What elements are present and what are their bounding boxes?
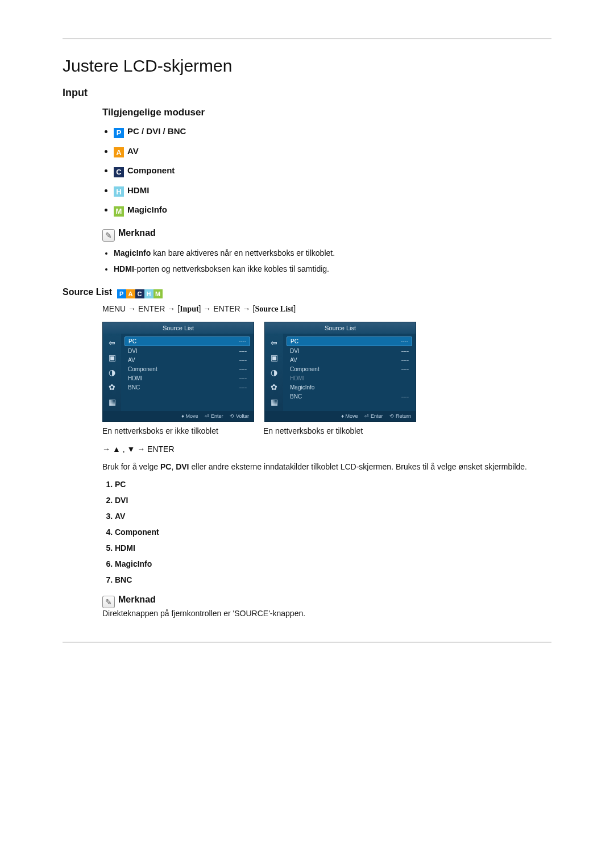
path-bold: Input <box>180 305 198 313</box>
osd-panel-2: Source List ⇦▣◑✿▦ PC----DVI----AV----Com… <box>264 322 416 422</box>
osd-footer-item: ⟲ Voltar <box>230 413 249 419</box>
list-item: DVI <box>115 496 551 505</box>
sound-icon: ◑ <box>109 368 115 377</box>
list-item: BNC <box>115 575 551 584</box>
bottom-rule <box>63 642 551 642</box>
osd-footer: ♦ Move⏎ Enter⟲ Voltar <box>103 411 254 421</box>
pencil-icon: ✎ <box>102 596 115 608</box>
multi-icon: ▦ <box>271 397 278 406</box>
osd-row-value: ---- <box>239 338 246 344</box>
mode-item: MMagicInfo <box>114 205 551 217</box>
osd-row: BNC---- <box>125 383 250 392</box>
body-part: , <box>171 462 176 471</box>
osd-title: Source List <box>103 322 254 334</box>
osd-row: DVI---- <box>125 347 250 355</box>
osd-row: HDMI <box>287 374 412 383</box>
path-text: ] → ENTER → [ <box>199 304 255 313</box>
m-icon: M <box>154 289 163 298</box>
h-icon: H <box>114 186 124 197</box>
mode-item: CComponent <box>114 165 551 177</box>
c-icon: C <box>135 289 144 298</box>
menu-path: MENU → ENTER → [Input] → ENTER → [Source… <box>102 304 551 314</box>
top-rule <box>63 39 551 39</box>
osd-footer-item: ♦ Move <box>181 413 198 419</box>
osd-row: Component---- <box>287 365 412 373</box>
osd-footer-item: ♦ Move <box>341 413 358 419</box>
osd-footer: ♦ Move⏎ Enter⟲ Return <box>265 411 416 421</box>
note-item: HDMI-porten og nettverksboksen kan ikke … <box>114 264 551 273</box>
osd-row: MagicInfo <box>287 383 412 392</box>
osd-row: BNC---- <box>287 392 412 401</box>
osd-row-value: ---- <box>401 348 409 354</box>
path-text: ] <box>293 304 296 313</box>
body-bold: DVI <box>176 462 189 471</box>
osd-row-label: AV <box>128 357 135 363</box>
mode-label: Component <box>127 165 175 175</box>
osd-row-value: ---- <box>239 366 247 372</box>
osd-row-label: BNC <box>290 393 302 400</box>
osd-row: Component---- <box>125 365 250 373</box>
osd-footer-item: ⏎ Enter <box>205 413 223 419</box>
osd-row: AV---- <box>287 356 412 364</box>
multi-icon: ▦ <box>109 397 116 406</box>
section-input-heading: Input <box>63 87 551 99</box>
osd-footer-item: ⟲ Return <box>389 413 411 419</box>
list-item: PC <box>115 480 551 489</box>
osd-row: PC---- <box>287 337 412 346</box>
c-icon: C <box>114 167 124 177</box>
osd-row-value: ---- <box>239 357 247 363</box>
note-label: Merknad <box>118 228 156 238</box>
list-item: HDMI <box>115 543 551 553</box>
mode-item: PPC / DVI / BNC <box>114 126 551 138</box>
mode-label: PC / DVI / BNC <box>127 126 186 136</box>
osd-footer-item: ⏎ Enter <box>364 413 383 419</box>
body-text: Bruk for å velge PC, DVI eller andre eks… <box>102 462 551 472</box>
p-icon: P <box>114 128 124 138</box>
p-icon: P <box>117 289 126 298</box>
osd-row: PC---- <box>125 337 250 346</box>
note-text: kan bare aktiveres når en nettverksboks … <box>151 248 335 258</box>
m-icon: M <box>114 206 124 217</box>
setup-icon: ✿ <box>109 383 115 392</box>
osd-sidebar-icons: ⇦▣◑✿▦ <box>103 334 121 411</box>
osd-row: HDMI---- <box>125 374 250 383</box>
note-item: MagicInfo kan bare aktiveres når en nett… <box>114 248 551 258</box>
note-text: Direkteknappen på fjernkontrollen er 'SO… <box>102 608 551 619</box>
osd-row-value: ---- <box>401 357 409 363</box>
osd-row-label: PC <box>291 338 298 344</box>
nav-line: → ▲ , ▼ → ENTER <box>102 445 551 454</box>
note-heading: ✎Merknad <box>102 228 551 242</box>
body-part: Bruk for å velge <box>102 462 160 471</box>
caption-1: En nettverksboks er ikke tilkoblet <box>102 426 253 435</box>
badge-row: PACHM <box>117 287 163 297</box>
osd-row-value: ---- <box>239 384 247 391</box>
source-list-heading: Source List PACHM <box>63 287 551 298</box>
mode-label: HDMI <box>127 185 149 195</box>
osd-row-label: Component <box>290 366 320 372</box>
osd-row-value: ---- <box>239 375 247 381</box>
osd-row-value: ---- <box>239 348 247 354</box>
osd-row-label: DVI <box>128 348 138 354</box>
osd-panel-1: Source List ⇦▣◑✿▦ PC----DVI----AV----Com… <box>102 322 254 422</box>
page-title: Justere LCD-skjermen <box>63 56 551 76</box>
body-bold: PC <box>160 462 171 471</box>
mode-item: AAV <box>114 146 551 158</box>
modes-heading: Tilgjengelige moduser <box>102 107 551 118</box>
osd-row-label: BNC <box>128 384 140 391</box>
screenshots: Source List ⇦▣◑✿▦ PC----DVI----AV----Com… <box>102 322 551 422</box>
osd-title: Source List <box>265 322 416 334</box>
list-item: AV <box>115 512 551 521</box>
osd-row-value: ---- <box>401 338 408 344</box>
osd-row-label: HDMI <box>290 375 305 381</box>
path-text: MENU → ENTER → [ <box>102 304 180 313</box>
osd-row: AV---- <box>125 356 250 364</box>
modes-list: PPC / DVI / BNC AAV CComponent HHDMI MMa… <box>102 126 551 217</box>
osd-list: PC----DVI----AV----Component----HDMIMagi… <box>283 334 416 411</box>
picture-icon: ▣ <box>109 353 116 362</box>
pencil-icon: ✎ <box>102 229 115 242</box>
captions: En nettverksboks er ikke tilkoblet En ne… <box>102 426 551 435</box>
note-bold: HDMI <box>114 264 134 273</box>
osd-row-value: ---- <box>401 366 409 372</box>
note-label: Merknad <box>118 595 156 604</box>
note-text: -porten og nettverksboksen kan ikke kobl… <box>134 264 329 273</box>
